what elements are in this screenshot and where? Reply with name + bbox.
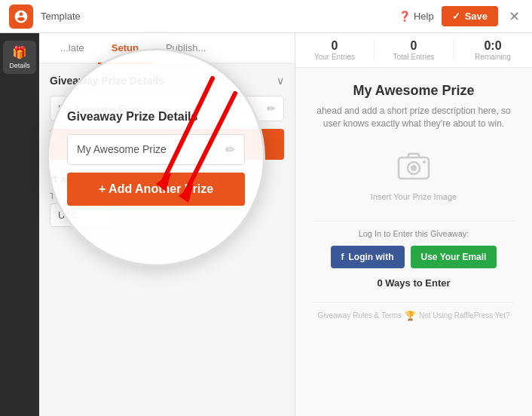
login-label: Log In to Enter this Giveaway: bbox=[359, 229, 469, 238]
footer-text: Giveaway Rules & Terms 🏆 Not Using Raffl… bbox=[318, 310, 510, 321]
tab-publish[interactable]: Publish... bbox=[152, 33, 219, 64]
main-layout: 🎁 Details ...late Setup Publish... bbox=[0, 33, 532, 416]
save-button[interactable]: ✓ Save bbox=[442, 6, 498, 26]
left-panel: ...late Setup Publish... Giveaway Prize … bbox=[39, 33, 295, 416]
your-entries-value: 0 bbox=[295, 39, 374, 53]
prize-input-row: My Awesome Prize ✏ bbox=[50, 96, 284, 121]
facebook-icon: f bbox=[341, 252, 344, 262]
prize-name-text: My Awesome Prize bbox=[58, 103, 267, 115]
login-buttons: f Login with Use Your Email bbox=[331, 246, 497, 268]
total-entries-label: Total Entries bbox=[375, 53, 453, 61]
check-icon: ✓ bbox=[452, 11, 460, 22]
question-icon: ❓ bbox=[399, 11, 411, 22]
close-button[interactable]: ✕ bbox=[506, 8, 523, 25]
stat-total-entries: 0 Total Entries bbox=[375, 39, 454, 61]
svg-point-2 bbox=[411, 165, 417, 171]
sidebar-item-details[interactable]: 🎁 Details bbox=[3, 41, 36, 74]
time-section-title: rt and End Time bbox=[50, 173, 284, 185]
camera-icon bbox=[396, 150, 432, 180]
content-area: ...late Setup Publish... Giveaway Prize … bbox=[39, 33, 532, 416]
insert-image-text: Insert Your Prize Image bbox=[371, 192, 457, 201]
stat-remaining: 0:0 Remaining bbox=[454, 39, 532, 61]
rafflpress-icon: 🏆 bbox=[405, 310, 416, 321]
email-login-button[interactable]: Use Your Email bbox=[411, 246, 497, 268]
panel-content: Giveaway Prize Details ∨ My Awesome Priz… bbox=[39, 64, 295, 237]
right-panel: 0 Your Entries 0 Total Entries 0:0 Remai… bbox=[295, 33, 532, 416]
chevron-down-icon: ∨ bbox=[277, 75, 284, 87]
divider bbox=[313, 221, 514, 222]
sidebar: 🎁 Details bbox=[0, 33, 39, 416]
facebook-login-button[interactable]: f Login with bbox=[331, 246, 405, 268]
tab-setup[interactable]: Setup bbox=[98, 33, 152, 64]
edit-icon[interactable]: ✏ bbox=[267, 102, 276, 115]
top-bar-actions: ❓ Help ✓ Save ✕ bbox=[399, 6, 523, 26]
template-label: Template bbox=[41, 11, 399, 22]
your-entries-label: Your Entries bbox=[295, 53, 374, 61]
camera-placeholder bbox=[387, 142, 440, 188]
timezone-input[interactable]: UTC bbox=[50, 203, 110, 227]
timezone-label: Ti... bbox=[50, 191, 284, 200]
preview-content: My Awesome Prize ahead and add a short p… bbox=[295, 68, 532, 336]
stat-your-entries: 0 Your Entries bbox=[295, 39, 375, 61]
tab-template[interactable]: ...late bbox=[47, 33, 98, 64]
prize-section-header: Giveaway Prize Details ∨ bbox=[50, 75, 284, 87]
remaining-value: 0:0 bbox=[454, 39, 532, 53]
time-section: rt and End Time Ti... UTC bbox=[50, 173, 284, 227]
sidebar-item-label: Details bbox=[9, 62, 30, 69]
preview-description: ahead and add a short prize description … bbox=[313, 105, 514, 130]
ways-to-enter: 0 Ways to Enter bbox=[377, 277, 450, 289]
top-bar: Template ❓ Help ✓ Save ✕ bbox=[0, 0, 532, 33]
divider-2 bbox=[313, 302, 514, 303]
preview-title: My Awesome Prize bbox=[353, 83, 474, 99]
tabs: ...late Setup Publish... bbox=[39, 33, 295, 64]
remaining-label: Remaining bbox=[454, 53, 532, 61]
total-entries-value: 0 bbox=[375, 39, 453, 53]
help-button[interactable]: ❓ Help bbox=[399, 11, 434, 22]
logo bbox=[9, 5, 33, 29]
prize-section-title: Giveaway Prize Details bbox=[50, 75, 164, 87]
gift-icon: 🎁 bbox=[12, 45, 27, 60]
add-prize-button[interactable]: + Add Another Prize bbox=[50, 129, 284, 160]
stats-bar: 0 Your Entries 0 Total Entries 0:0 Remai… bbox=[295, 33, 532, 68]
svg-point-3 bbox=[423, 161, 426, 164]
